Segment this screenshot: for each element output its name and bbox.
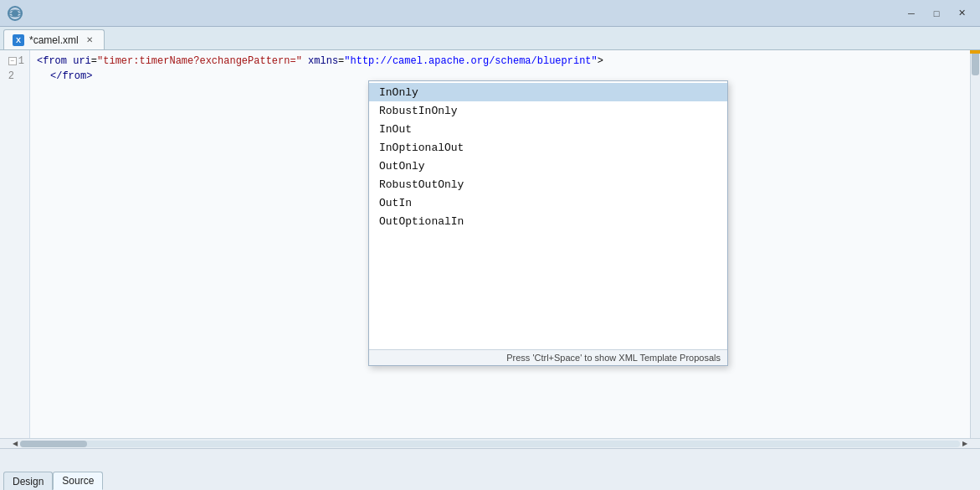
scrollbar-thumb-horizontal (20, 441, 87, 447)
tag-close-from: </from> (50, 69, 92, 84)
fold-icon-1[interactable]: − (8, 57, 17, 65)
attr-uri-value: "timer:timerName?exchangePattern=" (97, 54, 302, 69)
attr-xmlns-value: "http://camel.apache.org/schema/blueprin… (344, 54, 597, 69)
autocomplete-footer: Press 'Ctrl+Space' to show XML Template … (369, 349, 727, 365)
autocomplete-item-robustoutonly[interactable]: RobustOutOnly (369, 175, 727, 193)
scrollbar-thumb-vertical (972, 50, 979, 75)
bottom-tabs: Design Source (0, 449, 980, 490)
attr-xmlns: xmlns (308, 54, 338, 69)
scroll-right-button[interactable]: ▶ (960, 439, 970, 449)
editor-tab-camel-xml[interactable]: X *camel.xml ✕ (3, 29, 105, 49)
autocomplete-item-outonly[interactable]: OutOnly (369, 157, 727, 175)
tab-file-icon: X (13, 34, 24, 46)
autocomplete-item-inonly[interactable]: InOnly (369, 83, 727, 101)
app-icon (7, 5, 23, 22)
editor-content: − 1 2 <from uri = "timer:timerName?excha… (0, 50, 980, 438)
title-bar: ─ □ ✕ (0, 0, 980, 27)
tab-source[interactable]: Source (53, 472, 103, 490)
autocomplete-dropdown: InOnly RobustInOnly InOut InOptionalOut … (368, 80, 728, 366)
autocomplete-empty-space (369, 232, 727, 349)
scroll-left-button[interactable]: ◀ (10, 439, 20, 449)
code-line-1: <from uri = "timer:timerName?exchangePat… (37, 54, 963, 69)
autocomplete-item-robustinonly[interactable]: RobustInOnly (369, 101, 727, 120)
tab-design[interactable]: Design (3, 472, 53, 490)
vertical-scrollbar[interactable] (970, 50, 980, 438)
error-marker (970, 50, 980, 54)
line-number-1: − 1 (0, 54, 29, 69)
autocomplete-list: InOnly RobustInOnly InOut InOptionalOut … (369, 81, 727, 232)
line-number-2: 2 (0, 69, 29, 84)
window-controls: ─ □ ✕ (900, 5, 973, 22)
autocomplete-item-outoptionalin[interactable]: OutOptionalIn (369, 212, 727, 230)
autocomplete-item-inout[interactable]: InOut (369, 120, 727, 138)
attr-uri: uri (73, 54, 91, 69)
tag-open-from: <from (37, 54, 67, 69)
tab-name: *camel.xml (29, 34, 79, 46)
editor-area: − 1 2 <from uri = "timer:timerName?excha… (0, 50, 980, 448)
maximize-button[interactable]: □ (925, 5, 948, 22)
autocomplete-item-outin[interactable]: OutIn (369, 193, 727, 212)
autocomplete-item-inoptionalout[interactable]: InOptionalOut (369, 138, 727, 157)
horizontal-scrollbar[interactable]: ◀ ▶ (0, 438, 980, 448)
tab-close-button[interactable]: ✕ (84, 34, 95, 46)
tab-bar: X *camel.xml ✕ (0, 27, 980, 50)
minimize-button[interactable]: ─ (900, 5, 923, 22)
line-numbers: − 1 2 (0, 50, 30, 438)
bottom-area: Design Source (0, 448, 980, 490)
close-button[interactable]: ✕ (950, 5, 973, 22)
scrollbar-track-horizontal (20, 441, 960, 447)
